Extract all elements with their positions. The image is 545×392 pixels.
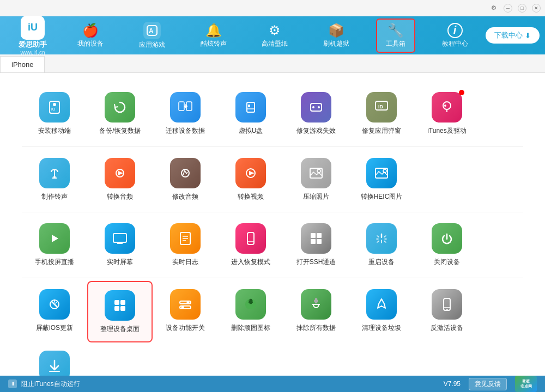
delete-stubborn-icon — [235, 289, 266, 320]
reboot-device-label: 重启设备 — [368, 258, 395, 267]
nav-jailbreak[interactable]: 📦 刷机越狱 — [314, 20, 358, 52]
logo-icon: iU — [21, 16, 45, 40]
jailbreak-label: 刷机越狱 — [323, 39, 349, 48]
statusbar-left-label: 阻止iTunes自动运行 — [21, 379, 80, 389]
pause-itunes-btn[interactable]: ⏸ — [8, 379, 17, 388]
nav-items: 🍎 我的设备 A 应用游戏 🔔 酷炫铃声 ⚙ 高清壁纸 📦 刷机越狱 🔧 工具 — [60, 19, 486, 53]
header: iU 爱思助手 www.i4.cn 🍎 我的设备 A 应用游戏 🔔 酷炫铃声 ⚙… — [0, 16, 545, 54]
deactivate-icon — [432, 289, 462, 320]
open-ssh-icon — [301, 223, 331, 254]
tool-clean-junk[interactable]: 清理设备垃圾 — [349, 281, 414, 343]
tool-convert-audio[interactable]: 转换音频 — [87, 150, 153, 210]
tool-fix-game[interactable]: 修复游戏失效 — [283, 84, 349, 144]
nav-wallpaper[interactable]: ⚙ 高清壁纸 — [253, 20, 296, 52]
delete-stubborn-label: 删除顽固图标 — [231, 324, 270, 333]
edit-audio-icon — [170, 158, 201, 188]
shutdown-device-label: 关闭设备 — [434, 258, 460, 267]
settings-btn[interactable]: ⚙ — [489, 4, 498, 13]
tutorial-icon: i — [447, 23, 463, 38]
open-ssh-label: 打开SSH通道 — [296, 258, 336, 267]
tool-install-app[interactable]: iU 安装移动端 — [22, 84, 87, 144]
toolbox-icon: 🔧 — [387, 23, 404, 38]
fix-game-label: 修复游戏失效 — [296, 127, 336, 136]
backup-restore-label: 备份/恢复数据 — [99, 127, 140, 136]
screen-cast-icon — [39, 223, 70, 254]
compress-photo-icon — [301, 158, 331, 188]
close-btn[interactable]: ✕ — [532, 4, 541, 13]
svg-point-23 — [181, 169, 189, 177]
tool-real-screen[interactable]: 实时屏幕 — [87, 215, 153, 275]
statusbar-right: V7.95 意见反馈 蓝莓安卓网 — [444, 376, 537, 392]
svg-line-45 — [377, 236, 379, 237]
tool-device-switches[interactable]: 设备功能开关 — [153, 281, 218, 343]
titlebar: ⚙ ─ □ ✕ — [0, 0, 545, 16]
real-screen-icon — [105, 223, 135, 254]
tool-itunes-driver[interactable]: iTunes及驱动 — [414, 84, 480, 144]
svg-marker-30 — [52, 235, 58, 242]
install-app-icon: iU — [39, 92, 70, 122]
svg-rect-41 — [317, 233, 322, 238]
convert-video-label: 转换视频 — [238, 193, 264, 201]
app-game-label: 应用游戏 — [139, 40, 165, 50]
tool-organize-desktop[interactable]: 整理设备桌面 — [87, 281, 153, 343]
tool-make-ringtone[interactable]: 制作铃声 — [22, 150, 87, 210]
organize-desktop-icon — [105, 290, 135, 321]
my-device-label: 我的设备 — [77, 39, 104, 48]
block-ios-update-label: 屏蔽iOS更新 — [36, 324, 73, 333]
convert-video-icon — [235, 158, 266, 188]
svg-rect-31 — [113, 234, 126, 242]
screen-cast-label: 手机投屏直播 — [35, 258, 74, 267]
minimize-btn[interactable]: ─ — [504, 4, 512, 13]
logo-url: www.i4.cn — [20, 50, 45, 56]
tool-delete-stubborn[interactable]: 删除顽固图标 — [218, 281, 283, 343]
tool-edit-audio[interactable]: 修改音频 — [153, 150, 218, 210]
tool-recovery-mode[interactable]: 进入恢复模式 — [218, 215, 283, 275]
real-log-label: 实时日志 — [172, 258, 198, 267]
svg-rect-40 — [311, 233, 316, 238]
svg-rect-55 — [120, 300, 125, 305]
compress-photo-label: 压缩照片 — [303, 193, 329, 201]
download-center-btn[interactable]: 下载中心 ⬇ — [486, 27, 540, 44]
maximize-btn[interactable]: □ — [518, 4, 526, 13]
tab-iphone[interactable]: iPhone — [0, 56, 45, 72]
tool-compress-photo[interactable]: 压缩照片 — [283, 150, 349, 210]
tool-convert-heic[interactable]: 转换HEIC图片 — [349, 150, 414, 210]
nav-toolbox[interactable]: 🔧 工具箱 — [376, 19, 415, 53]
wallpaper-icon: ⚙ — [269, 23, 281, 38]
nav-app-game[interactable]: A 应用游戏 — [130, 19, 174, 53]
svg-rect-5 — [179, 102, 184, 111]
migrate-data-label: 迁移设备数据 — [166, 127, 205, 136]
nav-tutorial[interactable]: i 教程中心 — [433, 20, 477, 52]
recovery-mode-label: 进入恢复模式 — [231, 258, 270, 267]
svg-rect-54 — [114, 300, 119, 305]
install-app-label: 安装移动端 — [38, 127, 71, 136]
tool-open-ssh[interactable]: 打开SSH通道 — [283, 215, 349, 275]
tool-reboot-device[interactable]: 重启设备 — [349, 215, 414, 275]
blueberry-logo: 蓝莓安卓网 — [515, 376, 537, 392]
tool-block-ios-update[interactable]: 屏蔽iOS更新 — [22, 281, 87, 343]
tool-convert-video[interactable]: 转换视频 — [218, 150, 283, 210]
svg-point-3 — [53, 103, 56, 106]
tool-screen-cast[interactable]: 手机投屏直播 — [22, 215, 87, 275]
nav-my-device[interactable]: 🍎 我的设备 — [69, 20, 112, 52]
convert-audio-label: 转换音频 — [107, 193, 133, 201]
deactivate-label: 反激活设备 — [431, 324, 463, 333]
logo-area: iU 爱思助手 www.i4.cn — [5, 16, 60, 56]
tool-backup-restore[interactable]: 备份/恢复数据 — [87, 84, 153, 144]
tool-download-firmware[interactable]: 下载固件 — [22, 342, 87, 376]
shutdown-device-icon — [432, 223, 462, 254]
svg-marker-63 — [378, 299, 385, 308]
tool-real-log[interactable]: 实时日志 — [153, 215, 218, 275]
feedback-btn[interactable]: 意见反馈 — [469, 378, 507, 390]
row-separator-3 — [22, 278, 523, 278]
tool-shutdown-device[interactable]: 关闭设备 — [414, 215, 480, 275]
fix-popup-icon: ID — [366, 92, 397, 122]
tool-migrate-data[interactable]: 迁移设备数据 — [153, 84, 218, 144]
svg-text:ID: ID — [378, 104, 384, 109]
wallpaper-label: 高清壁纸 — [262, 39, 288, 48]
tool-virtual-udisk[interactable]: 虚拟U盘 — [218, 84, 283, 144]
tool-deactivate[interactable]: 反激活设备 — [414, 281, 480, 343]
tool-wipe-data[interactable]: 抹除所有数据 — [283, 281, 349, 343]
tool-fix-popup[interactable]: ID 修复应用弹窗 — [349, 84, 414, 144]
nav-ringtone[interactable]: 🔔 酷炫铃声 — [192, 20, 235, 52]
